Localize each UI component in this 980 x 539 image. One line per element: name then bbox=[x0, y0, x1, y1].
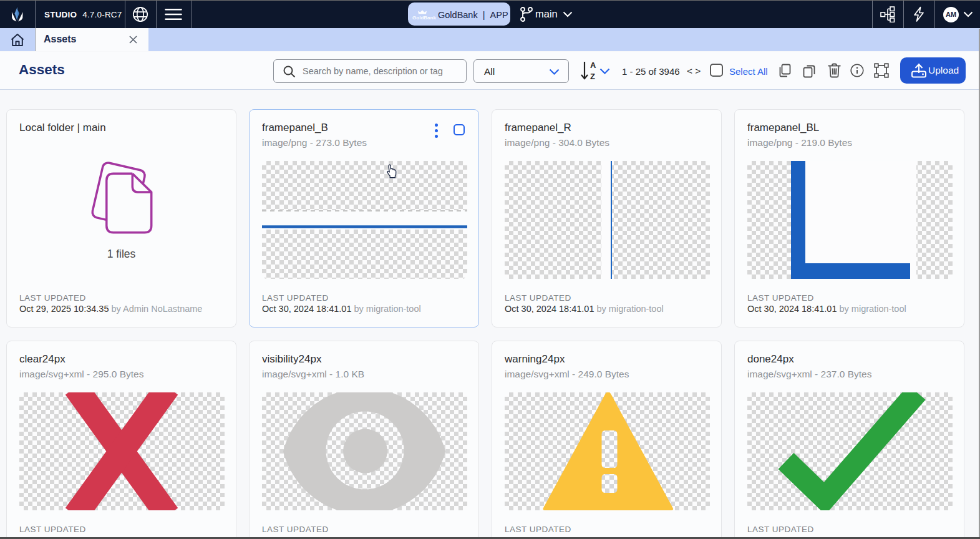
svg-text:Z: Z bbox=[590, 72, 595, 81]
svg-text:A: A bbox=[590, 61, 596, 70]
